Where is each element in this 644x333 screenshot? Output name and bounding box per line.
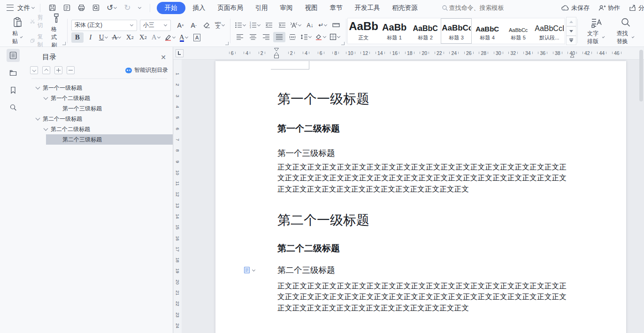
toc-item[interactable]: 第一个三级标题 xyxy=(26,103,173,114)
chevron-down-icon[interactable] xyxy=(44,126,48,131)
collaborate-button[interactable]: 协作 xyxy=(598,4,620,12)
style-card[interactable]: AaBbCc 标题 5 xyxy=(503,18,534,44)
font-name-select[interactable]: 宋体 (正文) xyxy=(71,20,137,31)
heading3-second[interactable]: 第二个三级标题 xyxy=(277,264,335,276)
chevron-down-icon[interactable] xyxy=(36,85,40,90)
character-scale-button[interactable] xyxy=(289,20,303,31)
share-button[interactable]: 分享 xyxy=(629,4,644,12)
command-search[interactable] xyxy=(442,4,521,12)
text-direction-button[interactable]: A↓ xyxy=(304,20,316,31)
indent-marker[interactable] xyxy=(274,47,279,59)
paste-button[interactable]: 粘贴 xyxy=(10,16,25,46)
body-paragraph-first[interactable]: 正文正文正文正文正文正文正文正文正文正文正文正文正文正文正文正文正文正文正文正文… xyxy=(277,162,567,194)
ribbon-tab[interactable]: 审阅 xyxy=(274,2,299,14)
bullet-list-button[interactable] xyxy=(234,20,247,31)
style-card[interactable]: AaBbC 标题 2 xyxy=(410,18,441,44)
body-paragraph-second[interactable]: 正文正文正文正文正文正文正文正文正文正文正文正文正文正文正文正文正文正文正文正文… xyxy=(277,280,567,313)
ribbon-tab[interactable]: 开始 xyxy=(157,2,185,14)
superscript-button[interactable]: X2 xyxy=(124,32,136,43)
heading1-second[interactable]: 第二个一级标题 xyxy=(277,211,369,229)
heading3-first[interactable]: 第一个三级标题 xyxy=(277,147,335,159)
style-card[interactable]: AaBbCcDd 正文 xyxy=(348,18,379,44)
underline-button[interactable]: U xyxy=(98,32,110,43)
styles-scroll-up-button[interactable] xyxy=(566,17,576,26)
decrease-indent-button[interactable] xyxy=(263,20,275,31)
style-card[interactable]: AaBbCc 标题 3 xyxy=(441,18,472,44)
ribbon-tab[interactable]: 页面布局 xyxy=(212,2,249,14)
highlight-button[interactable] xyxy=(163,32,177,43)
chapter-navigation-button[interactable] xyxy=(7,66,20,79)
format-painter-button[interactable]: 格式刷 xyxy=(49,12,63,50)
subscript-button[interactable]: X2 xyxy=(137,32,149,43)
align-right-button[interactable] xyxy=(260,32,272,42)
bookmark-pane-button[interactable] xyxy=(7,84,20,97)
expand-next-button[interactable] xyxy=(30,66,38,74)
heading1-first[interactable]: 第一个一级标题 xyxy=(277,90,369,108)
increase-indent-button[interactable] xyxy=(276,20,288,31)
italic-button[interactable]: I xyxy=(84,32,97,43)
toc-item[interactable]: 第二个一级标题 xyxy=(26,114,173,124)
ribbon-tab[interactable]: 引用 xyxy=(249,2,274,14)
align-left-button[interactable] xyxy=(234,32,246,42)
ribbon-tab[interactable]: 插入 xyxy=(187,2,212,14)
character-border-button[interactable]: A xyxy=(191,32,203,43)
toc-item[interactable]: 第一个二级标题 xyxy=(26,93,173,103)
styles-more-button[interactable] xyxy=(566,36,576,45)
clear-format-button[interactable] xyxy=(201,20,213,31)
borders-button[interactable] xyxy=(329,32,342,42)
print-preview-button[interactable] xyxy=(92,4,100,12)
chevron-down-icon[interactable] xyxy=(44,95,48,100)
find-replace-button[interactable]: 查找替换 xyxy=(614,16,636,46)
ribbon-tab[interactable]: 稻壳资源 xyxy=(386,2,424,14)
tab-stops-button[interactable] xyxy=(330,20,342,31)
font-color-button[interactable]: A xyxy=(178,32,190,43)
ribbon-tab[interactable]: 章节 xyxy=(324,2,349,14)
ribbon-tab[interactable]: 视图 xyxy=(299,2,324,14)
file-menu[interactable]: 文件 xyxy=(17,4,30,12)
shrink-font-button[interactable]: A- xyxy=(188,20,200,31)
heading2-second[interactable]: 第二个二级标题 xyxy=(277,242,340,255)
undo-button[interactable]: ↺ xyxy=(107,4,117,12)
collapse-all-button[interactable] xyxy=(67,66,75,74)
font-size-select[interactable]: 小三 xyxy=(140,20,171,31)
expand-all-button[interactable] xyxy=(54,66,62,74)
search-input[interactable] xyxy=(448,4,521,12)
search-pane-button[interactable] xyxy=(7,101,20,114)
toc-item[interactable]: 第二个三级标题 xyxy=(46,134,173,145)
quickbar-more-button[interactable] xyxy=(138,6,142,9)
document-page[interactable]: 第一个一级标题 第一个二级标题 第一个三级标题 正文正文正文正文正文正文正文正文… xyxy=(215,61,626,333)
style-card[interactable]: AaBbC 标题 4 xyxy=(472,18,503,44)
close-toc-button[interactable]: ✕ xyxy=(161,54,166,61)
chevron-down-icon[interactable] xyxy=(114,6,117,9)
toc-pane-button[interactable] xyxy=(7,49,20,62)
tab-selector[interactable] xyxy=(176,49,184,57)
distribute-button[interactable] xyxy=(286,32,299,42)
heading2-first[interactable]: 第一个二级标题 xyxy=(277,123,340,135)
chevron-down-icon[interactable] xyxy=(31,6,35,9)
ribbon-tab[interactable]: 开发工具 xyxy=(349,2,386,14)
shading-button[interactable] xyxy=(314,32,328,42)
style-card[interactable]: AaBb 标题 1 xyxy=(379,18,410,44)
text-layout-button[interactable]: 文字排版 xyxy=(585,16,607,46)
pinyin-guide-button[interactable]: wén文 xyxy=(214,20,226,31)
right-indent-marker[interactable] xyxy=(570,53,575,58)
collapse-prev-button[interactable] xyxy=(42,66,50,74)
justify-button[interactable] xyxy=(273,32,285,42)
vertical-scrollbar-thumb[interactable] xyxy=(639,50,643,101)
bold-button[interactable]: B xyxy=(71,32,84,43)
styles-scroll-down-button[interactable] xyxy=(566,26,576,36)
text-effects-button[interactable]: A xyxy=(150,32,162,43)
numbered-list-button[interactable]: 123 xyxy=(248,20,262,31)
cut-button[interactable]: 剪切 xyxy=(29,13,46,31)
chevron-down-icon[interactable] xyxy=(36,116,40,121)
save-status[interactable]: 未保存 xyxy=(561,4,590,12)
paragraph-style-gadget[interactable] xyxy=(244,266,256,274)
export-button[interactable] xyxy=(63,4,71,12)
save-button[interactable] xyxy=(48,4,56,12)
line-spacing-button[interactable] xyxy=(299,32,313,42)
toc-item[interactable]: 第二个二级标题 xyxy=(26,124,173,134)
print-button[interactable] xyxy=(77,4,85,12)
smart-recognize-toc-button[interactable]: 智能识别目录 xyxy=(125,66,168,74)
redo-button[interactable]: ↻ xyxy=(124,4,130,12)
strikethrough-button[interactable]: A xyxy=(111,32,123,43)
